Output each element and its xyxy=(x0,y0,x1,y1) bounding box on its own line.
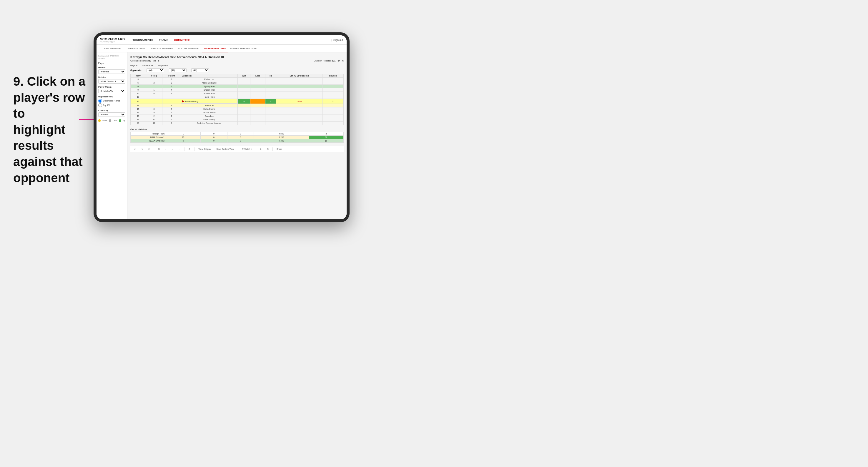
zoom-out-button[interactable]: ⊡ xyxy=(266,148,270,151)
table-row[interactable]: 10 6 3 Andrea York xyxy=(131,92,344,95)
col-div: # Div xyxy=(131,74,146,78)
table-header-row: # Div # Reg # Conf Opponent Win Loss Tie… xyxy=(131,74,344,78)
col-tie: Tie xyxy=(266,74,276,78)
gender-section: Gender Women's xyxy=(98,66,125,74)
legend-level-dot xyxy=(109,119,111,122)
radio-group: Opponents Played Top 100 xyxy=(98,99,125,107)
main-panel: Katelyn Vo Head-to-Head Grid for Women's… xyxy=(127,52,347,219)
h2h-grid-table: # Div # Reg # Conf Opponent Win Loss Tie… xyxy=(130,74,344,125)
table-row[interactable]: 6 1 3 Sydney Kuo xyxy=(131,85,344,88)
table-row-highlighted[interactable]: 13 1 ▶ Jessica Huang 0 1 0 -3.00 2 xyxy=(131,99,344,104)
table-row[interactable]: 5 2 2 Alexis Sudjianto xyxy=(131,81,344,85)
logo-area: SCOREBOARD Powered by clippd xyxy=(100,37,125,43)
tab-team-h2h-heatmap[interactable]: TEAM H2H HEATMAP xyxy=(147,45,176,52)
main-content: Last Updated: 27/03/2024 16:55:38 Player… xyxy=(96,52,347,219)
refresh-button[interactable]: ⟳ xyxy=(147,148,152,151)
annotation-body: Click on aplayer's row tohighlight resul… xyxy=(13,74,85,185)
ood-section-header: Out of division xyxy=(130,128,344,131)
conf-filter-select[interactable]: (All) xyxy=(169,68,187,72)
player-rank-select[interactable]: 8. Katelyn Vo xyxy=(98,89,125,93)
table-row[interactable]: 3 1 Esther Lee xyxy=(131,78,344,81)
legend-level-label: Level xyxy=(113,120,117,122)
table-row[interactable]: 11 Haejo Hyun xyxy=(131,95,344,99)
nav-committee[interactable]: COMMITTEE xyxy=(171,35,193,45)
arrow-indicator: ▶ xyxy=(182,100,184,103)
legend-down-label: Down xyxy=(102,120,107,122)
prev-button[interactable]: ← xyxy=(164,148,168,151)
share-button[interactable]: Share xyxy=(275,148,284,151)
sign-out-button[interactable]: Sign out xyxy=(333,38,343,41)
annotation-text: 9. Click on aplayer's row tohighlight re… xyxy=(13,73,87,186)
annotation-number: 9. xyxy=(13,74,24,88)
division-record-label: Division Record: xyxy=(314,59,331,62)
tab-team-summary[interactable]: TEAM SUMMARY xyxy=(100,45,124,52)
view-original-button[interactable]: View: Original xyxy=(197,148,212,151)
out-of-division: Out of division Foreign Team 1 0 0 4.500… xyxy=(130,128,344,143)
zoom-in-button[interactable]: ⊕ xyxy=(258,148,263,151)
ood-row-naia[interactable]: NAIA Division 1 15 0 0 9.267 30 xyxy=(131,136,344,139)
colour-by-select[interactable]: Win/loss xyxy=(98,113,125,117)
last-updated: Last Updated: 27/03/2024 16:55:38 xyxy=(98,55,125,60)
ood-table: Foreign Team 1 0 0 4.500 2 NAIA Division… xyxy=(130,132,344,143)
panel-title: Katelyn Vo Head-to-Head Grid for Women's… xyxy=(130,55,344,59)
opponents-select[interactable]: (All) xyxy=(147,68,164,72)
separator-2 xyxy=(184,148,185,151)
legend: Down Level Up xyxy=(98,119,125,122)
table-row[interactable]: 19 10 6 Emily Chang xyxy=(131,118,344,122)
table-row[interactable]: 9 1 4 Sharon Mun xyxy=(131,88,344,92)
next-button[interactable]: → xyxy=(177,148,182,151)
col-conf: # Conf xyxy=(162,74,181,78)
radio-top-100[interactable]: Top 100 xyxy=(98,103,125,107)
gender-select[interactable]: Women's xyxy=(98,69,125,74)
division-section: Division NCAA Division III xyxy=(98,76,125,84)
table-row[interactable]: 14 7 4 Eunice Yi xyxy=(131,104,344,107)
watch-button[interactable]: 👁 Watch ▾ xyxy=(240,148,253,151)
table-row[interactable]: 18 2 2 Euna Lee xyxy=(131,115,344,118)
col-rounds: Rounds xyxy=(322,74,344,78)
tablet-screen: SCOREBOARD Powered by clippd TOURNAMENTS… xyxy=(96,35,347,219)
redo-button[interactable]: ↪ xyxy=(140,148,145,151)
col-loss: Loss xyxy=(250,74,266,78)
separator-3 xyxy=(194,148,194,151)
separator-1 xyxy=(154,148,154,151)
opponent-filter-group: Opponent xyxy=(158,64,168,66)
col-win: Win xyxy=(238,74,250,78)
filter-section: Region Conference Opponent xyxy=(130,64,344,66)
nav-tournaments[interactable]: TOURNAMENTS xyxy=(129,35,156,45)
radio-opponents-played[interactable]: Opponents Played xyxy=(98,99,125,103)
conference-filter-group: Conference xyxy=(142,64,154,66)
table-row[interactable]: 16 9 1 Jessica Mason xyxy=(131,111,344,115)
division-record-value: 331 - 34 - 6 xyxy=(332,59,344,62)
tab-team-h2h-grid[interactable]: TEAM H2H GRID xyxy=(124,45,147,52)
nav-items: TOURNAMENTS TEAMS COMMITTEE xyxy=(129,35,230,45)
overall-record: Overall Record: 353 - 34 - 6 xyxy=(130,59,159,62)
tab-player-h2h-grid[interactable]: PLAYER H2H GRID xyxy=(202,45,228,52)
timer-button[interactable]: ⏱ xyxy=(187,148,192,151)
opponent-view-section: Opponent view Opponents Played Top 100 xyxy=(98,96,125,107)
division-select[interactable]: NCAA Division III xyxy=(98,79,125,84)
player-rank-label: Player (Rank) xyxy=(98,86,125,88)
opp-filter-select[interactable]: (All) xyxy=(191,68,209,72)
dot-button: • xyxy=(171,148,175,151)
region-filter-group: Region xyxy=(130,64,137,66)
player-rank-section: Player (Rank) 8. Katelyn Vo xyxy=(98,86,125,93)
record-row: Overall Record: 353 - 34 - 6 Division Re… xyxy=(130,59,344,62)
tab-player-summary[interactable]: PLAYER SUMMARY xyxy=(176,45,202,52)
table-row[interactable]: 15 8 5 Stella Cheng xyxy=(131,107,344,111)
opponents-label: Opponents: xyxy=(130,69,142,71)
nav-teams[interactable]: TEAMS xyxy=(156,35,171,45)
opponents-filter-row: Opponents: (All) (All) (All) xyxy=(130,68,344,72)
grid-button[interactable]: ⊞ xyxy=(157,148,161,151)
logo-text: SCOREBOARD xyxy=(100,37,125,41)
save-custom-view-button[interactable]: Save Custom View xyxy=(215,148,236,151)
ood-row-foreign[interactable]: Foreign Team 1 0 0 4.500 2 xyxy=(131,132,344,136)
opponent-view-label: Opponent view xyxy=(98,96,125,98)
undo-button[interactable]: ↩ xyxy=(133,148,137,151)
legend-down-dot xyxy=(98,119,101,122)
col-opponent: Opponent xyxy=(181,74,238,78)
division-record: Division Record: 331 - 34 - 6 xyxy=(314,59,344,62)
ood-row-ncaa2[interactable]: NCAA Division 2 5 0 0 7.400 10 xyxy=(131,139,344,143)
overall-record-value: 353 - 34 - 6 xyxy=(147,59,159,62)
table-row[interactable]: 20 11 7 Federica Domecq Lacroze xyxy=(131,122,344,125)
tab-player-h2h-heatmap[interactable]: PLAYER H2H HEATMAP xyxy=(228,45,259,52)
